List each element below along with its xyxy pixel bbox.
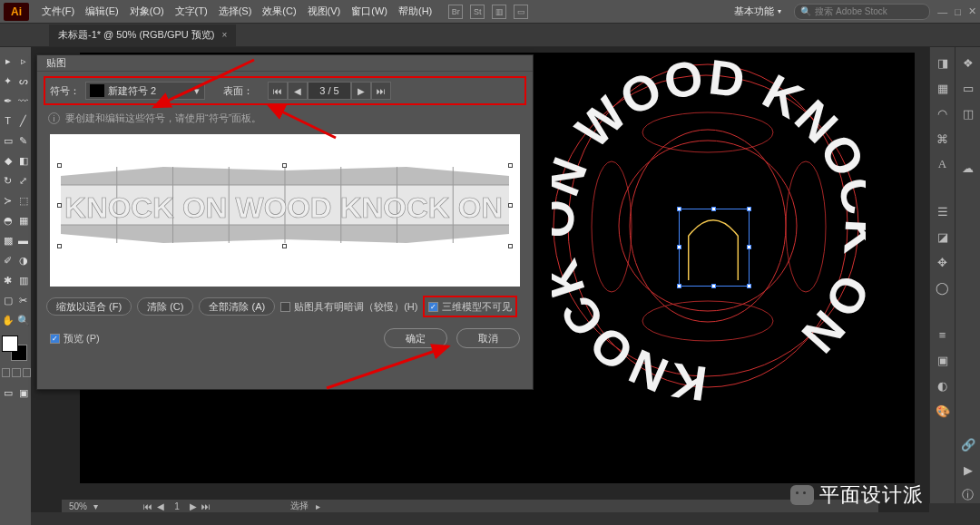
surface-prev-button[interactable]: ◀ bbox=[288, 82, 308, 100]
rectangle-tool[interactable]: ▭ bbox=[0, 131, 15, 151]
surface-first-button[interactable]: ⏮ bbox=[268, 82, 288, 100]
graphic-styles-icon[interactable]: ▣ bbox=[935, 352, 951, 368]
shaper-tool[interactable]: ◆ bbox=[0, 151, 15, 170]
mesh-tool[interactable]: ▩ bbox=[0, 230, 15, 250]
align-panel-icon[interactable]: ☰ bbox=[935, 203, 951, 219]
clear-all-button[interactable]: 全部清除 (A) bbox=[199, 297, 275, 316]
window-min-icon[interactable]: — bbox=[937, 6, 947, 17]
libraries-panel-icon[interactable]: ☁ bbox=[960, 160, 976, 176]
artboards-panel-icon[interactable]: ▭ bbox=[960, 80, 976, 96]
color-panel-icon[interactable]: 🎨 bbox=[935, 403, 951, 419]
fit-button[interactable]: 缩放以适合 (F) bbox=[46, 297, 132, 316]
menu-help[interactable]: 帮助(H) bbox=[393, 5, 437, 18]
curvature-tool[interactable]: 〰 bbox=[15, 91, 31, 111]
surface-last-button[interactable]: ⏭ bbox=[371, 82, 391, 100]
chevron-down-icon: ▾ bbox=[190, 85, 204, 97]
actions-panel-icon[interactable]: ▶ bbox=[960, 462, 976, 478]
symbols-panel-icon[interactable]: ⌘ bbox=[935, 131, 951, 147]
properties-panel-icon[interactable]: ◨ bbox=[935, 54, 951, 71]
layers-panel-icon[interactable]: ❖ bbox=[960, 54, 976, 71]
menu-file[interactable]: 文件(F) bbox=[36, 5, 80, 18]
character-panel-icon[interactable]: A bbox=[935, 156, 951, 172]
surface-next-button[interactable]: ▶ bbox=[351, 82, 371, 100]
nav-next-icon[interactable]: ▶ bbox=[189, 501, 198, 511]
change-screen-icon[interactable]: ▣ bbox=[15, 383, 31, 403]
pathfinder-panel-icon[interactable]: ◪ bbox=[935, 228, 951, 245]
map-preview[interactable]: KNOCK ON WOOD KNOCK ON WOOD bbox=[50, 134, 520, 287]
magic-wand-tool[interactable]: ✦ bbox=[0, 71, 15, 91]
zoom-tool[interactable]: 🔍 bbox=[15, 310, 31, 330]
blend-tool[interactable]: ◑ bbox=[15, 250, 31, 270]
nav-prev-icon[interactable]: ◀ bbox=[156, 501, 165, 511]
bridge-icon[interactable]: Br bbox=[448, 5, 463, 19]
info-panel-icon[interactable]: ⓘ bbox=[960, 487, 976, 503]
cancel-button[interactable]: 取消 bbox=[456, 328, 520, 348]
zoom-value[interactable]: 50% bbox=[69, 501, 87, 511]
arrange-docs-icon[interactable]: ▥ bbox=[492, 5, 506, 19]
zoom-dropdown-icon[interactable]: ▾ bbox=[91, 501, 100, 511]
brushes-panel-icon[interactable]: ◠ bbox=[935, 105, 951, 122]
slice-tool[interactable]: ✂ bbox=[15, 290, 31, 310]
gpu-icon[interactable]: ▭ bbox=[514, 5, 528, 19]
color-mode-icon[interactable] bbox=[2, 368, 10, 377]
gradient-tool[interactable]: ▬ bbox=[15, 230, 31, 250]
nav-last-icon[interactable]: ⏭ bbox=[201, 501, 211, 511]
eraser-tool[interactable]: ◧ bbox=[15, 151, 31, 170]
window-close-icon[interactable]: ✕ bbox=[968, 5, 976, 17]
document-tab[interactable]: 未标题-1* @ 50% (RGB/GPU 预览) × bbox=[49, 24, 236, 46]
hand-tool[interactable]: ✋ bbox=[0, 310, 15, 330]
links-panel-icon[interactable]: 🔗 bbox=[960, 436, 976, 452]
perspective-tool[interactable]: ▦ bbox=[15, 210, 31, 230]
menu-view[interactable]: 视图(V) bbox=[302, 5, 347, 18]
rotate-tool[interactable]: ↻ bbox=[0, 170, 15, 190]
symbol-dropdown[interactable]: 新建符号 2 ▾ bbox=[85, 82, 205, 100]
menu-object[interactable]: 对象(O) bbox=[124, 5, 170, 18]
width-tool[interactable]: ≻ bbox=[0, 190, 15, 210]
menu-window[interactable]: 窗口(W) bbox=[346, 5, 393, 18]
pen-tool[interactable]: ✒ bbox=[0, 91, 15, 111]
map-selection-box[interactable] bbox=[679, 209, 750, 287]
assets-panel-icon[interactable]: ◫ bbox=[960, 105, 976, 122]
direct-selection-tool[interactable]: ▹ bbox=[15, 51, 31, 71]
stock-icon[interactable]: St bbox=[470, 5, 485, 19]
appearance-panel-icon[interactable]: ◯ bbox=[935, 279, 951, 296]
window-max-icon[interactable]: □ bbox=[955, 6, 961, 17]
gradient-mode-icon[interactable] bbox=[12, 368, 20, 377]
stroke-panel-icon[interactable]: ≡ bbox=[935, 326, 951, 343]
checkbox-checked-icon: ✓ bbox=[50, 334, 60, 344]
clear-button[interactable]: 清除 (C) bbox=[137, 297, 193, 316]
scale-tool[interactable]: ⤢ bbox=[15, 170, 31, 190]
transparency-icon[interactable]: ◐ bbox=[935, 377, 951, 394]
wechat-icon bbox=[790, 485, 814, 505]
workspace-switcher[interactable]: 基本功能 ▾ bbox=[729, 5, 787, 18]
transform-panel-icon[interactable]: ✥ bbox=[935, 254, 951, 270]
color-swatches[interactable] bbox=[2, 335, 29, 365]
swatches-panel-icon[interactable]: ▦ bbox=[935, 80, 951, 96]
preview-checkbox[interactable]: ✓ 预览 (P) bbox=[50, 332, 100, 345]
selection-tool[interactable]: ▸ bbox=[0, 51, 15, 71]
menu-select[interactable]: 选择(S) bbox=[213, 5, 258, 18]
line-tool[interactable]: ╱ bbox=[15, 111, 31, 131]
artboard-tool[interactable]: ▢ bbox=[0, 290, 15, 310]
none-mode-icon[interactable] bbox=[23, 368, 31, 377]
ok-button[interactable]: 确定 bbox=[384, 328, 447, 348]
shape-builder-tool[interactable]: ◓ bbox=[0, 210, 15, 230]
eyedropper-tool[interactable]: ✐ bbox=[0, 250, 15, 270]
lasso-tool[interactable]: ᔕ bbox=[15, 71, 31, 91]
symbol-sprayer-tool[interactable]: ✱ bbox=[0, 270, 15, 290]
nav-first-icon[interactable]: ⏮ bbox=[143, 501, 152, 511]
graph-tool[interactable]: ▥ bbox=[15, 270, 31, 290]
close-tab-icon[interactable]: × bbox=[222, 30, 228, 40]
menu-effect[interactable]: 效果(C) bbox=[257, 5, 301, 18]
type-tool[interactable]: T bbox=[0, 111, 15, 131]
ring-artwork: KNOCK ON WOOD KNOCK ON bbox=[552, 58, 866, 403]
shade-checkbox[interactable]: 贴图具有明暗调（较慢）(H) bbox=[280, 300, 417, 314]
fill-swatch[interactable] bbox=[2, 335, 18, 352]
free-transform-tool[interactable]: ⬚ bbox=[15, 190, 31, 210]
paintbrush-tool[interactable]: ✎ bbox=[15, 131, 31, 151]
invisible-geometry-checkbox[interactable]: ✓ 三维模型不可见 bbox=[428, 300, 512, 314]
stock-search[interactable]: 🔍 搜索 Adobe Stock bbox=[794, 4, 930, 20]
menu-edit[interactable]: 编辑(E) bbox=[80, 5, 124, 18]
screen-mode-icon[interactable]: ▭ bbox=[0, 383, 15, 403]
menu-type[interactable]: 文字(T) bbox=[170, 5, 213, 18]
